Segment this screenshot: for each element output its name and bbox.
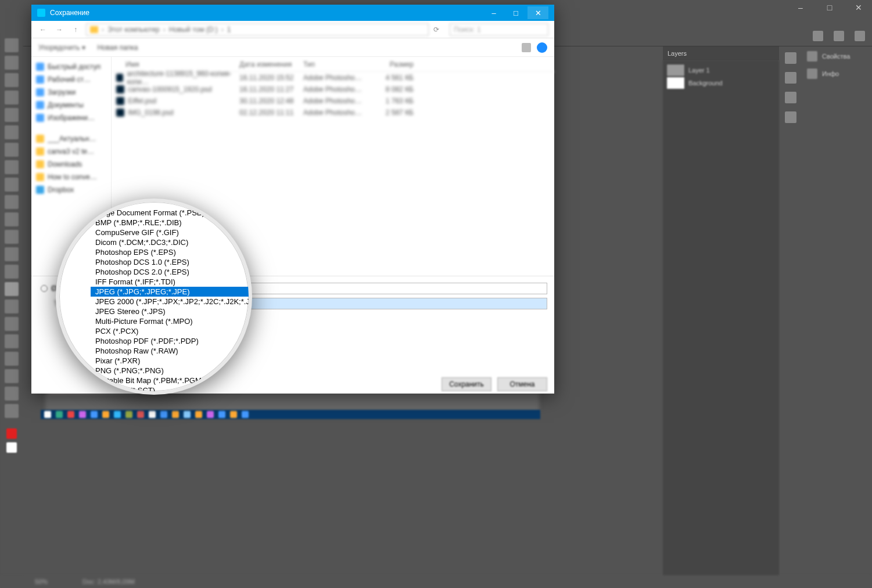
dodge-tool[interactable] [5, 282, 19, 296]
styles-panel-icon[interactable] [785, 111, 796, 123]
view-mode-icon[interactable] [522, 43, 531, 52]
nav-item[interactable]: Загрузки [34, 86, 109, 99]
brush-tool[interactable] [5, 178, 19, 192]
dialog-close[interactable]: ✕ [527, 6, 548, 19]
cancel-button[interactable]: Отмена [497, 377, 547, 391]
blur-tool[interactable] [5, 265, 19, 279]
format-option[interactable]: Dicom (*.DCM;*.DC3;*.DIC) [91, 237, 249, 247]
file-row[interactable]: canvas-1000915_1920.psd16.11.2020 11:27A… [112, 84, 554, 95]
format-option[interactable]: PCX (*.PCX) [91, 326, 249, 336]
nav-forward[interactable]: → [53, 24, 65, 35]
taskbar-app-icon[interactable] [207, 411, 214, 418]
new-folder-button[interactable]: Новая папка [97, 44, 138, 52]
format-option[interactable]: Photoshop EPS (*.EPS) [91, 247, 249, 257]
nav-up[interactable]: ↑ [70, 24, 81, 35]
taskbar-app-icon[interactable] [149, 411, 156, 418]
taskbar-app-icon[interactable] [195, 411, 202, 418]
taskbar-app-icon[interactable] [79, 411, 86, 418]
taskbar-app-icon[interactable] [102, 411, 109, 418]
format-option[interactable]: Pixar (*.PXR) [91, 356, 249, 366]
taskbar-app-icon[interactable] [137, 411, 144, 418]
eyedropper-tool[interactable] [5, 143, 19, 157]
pen-tool[interactable] [5, 300, 19, 313]
share-icon[interactable] [855, 31, 865, 41]
fg-color[interactable] [6, 428, 17, 439]
format-option[interactable]: CompuServe GIF (*.GIF) [91, 228, 249, 237]
file-row[interactable]: IMG_0198.psd02.12.2020 11:11Adobe Photos… [112, 107, 554, 118]
nav-item[interactable]: canva3 v2 te… [34, 145, 109, 158]
search-input[interactable]: Поиск: 1 [450, 23, 548, 36]
nav-item[interactable]: Документы [34, 99, 109, 111]
properties-button[interactable]: Свойства [807, 51, 867, 62]
format-option[interactable]: JPEG 2000 (*.JPF;*.JPX;*.JP2;*.J2C;*.J2K… [91, 297, 249, 306]
edit-toolbar[interactable] [5, 404, 19, 418]
info-button[interactable]: Инфо [807, 68, 867, 79]
type-tool[interactable] [5, 317, 19, 331]
format-option[interactable]: JPEG Stereo (*.JPS) [91, 306, 249, 316]
zoom-level[interactable]: 50% [35, 578, 48, 585]
wand-tool[interactable] [5, 91, 19, 104]
format-option[interactable]: Multi-Picture Format (*.MPO) [91, 316, 249, 326]
format-option[interactable]: IFF Format (*.IFF;*.TDI) [91, 277, 249, 287]
taskbar-app-icon[interactable] [172, 411, 179, 418]
zoom-tool[interactable] [5, 387, 19, 401]
heal-tool[interactable] [5, 160, 19, 174]
move-tool[interactable] [5, 38, 19, 52]
nav-back[interactable]: ← [37, 24, 49, 35]
hand-tool[interactable] [5, 369, 19, 383]
taskbar-app-icon[interactable] [125, 411, 132, 418]
organize-menu[interactable]: Упорядочить ▾ [38, 44, 85, 52]
nav-item[interactable]: ___Актуальн… [34, 132, 109, 145]
frame-tool[interactable] [5, 125, 19, 139]
taskbar-app-icon[interactable] [67, 411, 74, 418]
swatches-panel-icon[interactable] [785, 72, 796, 84]
taskbar-app-icon[interactable] [184, 411, 191, 418]
gradient-tool[interactable] [5, 247, 19, 261]
format-option[interactable]: JPEG (*.JPG;*.JPEG;*.JPE) [91, 287, 249, 297]
adjustments-panel-icon[interactable] [785, 92, 796, 103]
taskbar-app-icon[interactable] [230, 411, 237, 418]
minimize-button[interactable]: – [792, 2, 809, 13]
help-icon[interactable] [537, 42, 547, 53]
taskbar-app-icon[interactable] [218, 411, 225, 418]
layer-thumb[interactable] [666, 64, 685, 77]
dialog-minimize[interactable]: – [483, 6, 504, 19]
nav-item[interactable]: Downloads [34, 158, 109, 171]
refresh-icon[interactable]: ⟳ [433, 26, 445, 34]
stamp-tool[interactable] [5, 195, 19, 209]
taskbar-app-icon[interactable] [56, 411, 63, 418]
layer-name[interactable]: Background [688, 80, 723, 86]
dialog-titlebar[interactable]: Сохранение – □ ✕ [31, 5, 554, 21]
taskbar-app-icon[interactable] [91, 411, 98, 418]
format-option[interactable]: Photoshop Raw (*.RAW) [91, 346, 249, 356]
taskbar-app-icon[interactable] [44, 411, 51, 418]
crop-tool[interactable] [5, 108, 19, 122]
file-row[interactable]: Eiffel.psd30.11.2020 12:48Adobe Photosho… [112, 95, 554, 107]
taskbar-app-icon[interactable] [114, 411, 121, 418]
layer-thumb[interactable] [666, 77, 685, 89]
close-button[interactable]: ✕ [850, 2, 867, 13]
history-brush-tool[interactable] [5, 212, 19, 226]
layer-name[interactable]: Layer 1 [688, 67, 710, 74]
nav-item[interactable]: Dropbox [34, 183, 109, 196]
taskbar-app-icon[interactable] [242, 411, 249, 418]
format-option[interactable]: Photoshop PDF (*.PDF;*.PDP) [91, 336, 249, 346]
eraser-tool[interactable] [5, 230, 19, 244]
bg-color[interactable] [6, 442, 17, 453]
lasso-tool[interactable] [5, 73, 19, 87]
workspace-icon[interactable] [834, 31, 844, 41]
search-icon[interactable] [813, 31, 823, 41]
nav-item[interactable]: How to conve… [34, 171, 109, 183]
breadcrumb[interactable]: › Этот компьютер› Новый том (D:)› 1 [86, 23, 429, 36]
save-button[interactable]: Сохранить [442, 377, 491, 391]
shape-tool[interactable] [5, 352, 19, 366]
color-panel-icon[interactable] [785, 52, 796, 64]
format-option[interactable]: Photoshop DCS 2.0 (*.EPS) [91, 267, 249, 277]
file-row[interactable]: architecture-1138915_960-копия-копи…16.1… [112, 72, 554, 84]
path-tool[interactable] [5, 334, 19, 348]
layers-panel-tab[interactable]: Layers [663, 46, 779, 60]
taskbar-app-icon[interactable] [160, 411, 167, 418]
dialog-maximize[interactable]: □ [505, 6, 526, 19]
file-type-dropdown[interactable]: Large Document Format (*.PSB)BMP (*.BMP;… [59, 202, 249, 391]
nav-item[interactable]: Изображени… [34, 111, 109, 124]
